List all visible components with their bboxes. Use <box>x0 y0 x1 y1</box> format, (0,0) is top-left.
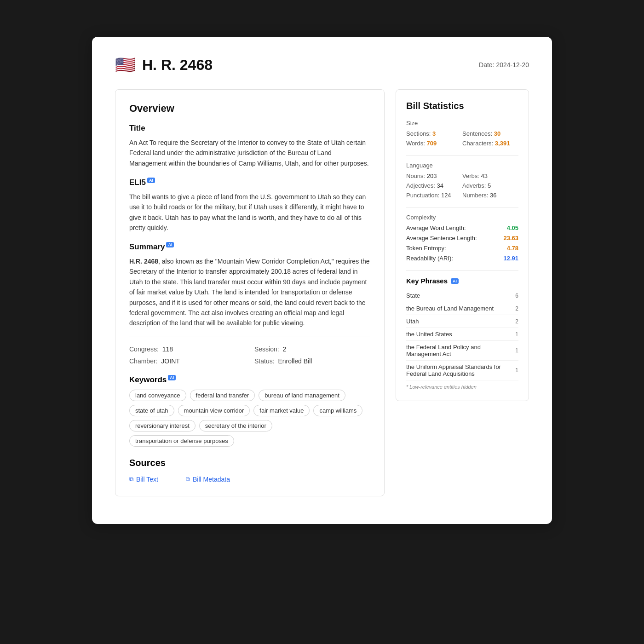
adverbs-value: 5 <box>488 182 491 189</box>
external-link-icon-2: ⧉ <box>186 476 190 483</box>
chamber-label: Chamber: <box>129 357 157 365</box>
keyword-tag: state of utah <box>129 405 174 416</box>
bill-metadata-link[interactable]: ⧉ Bill Metadata <box>186 476 230 483</box>
sources-links: ⧉ Bill Text ⧉ Bill Metadata <box>129 476 370 483</box>
words-item: Words: 709 <box>406 140 462 147</box>
sources-heading: Sources <box>129 458 370 468</box>
key-phrases-heading: Key Phrases AI <box>406 277 518 285</box>
phrase-row: State6 <box>406 289 518 302</box>
avg-word-len-row: Average Word Length: 4.05 <box>406 224 518 231</box>
bill-title-main: 🇺🇸 H. R. 2468 <box>115 55 213 75</box>
key-phrases-list[interactable]: State6the Bureau of Land Management2Utah… <box>406 289 518 380</box>
bill-text-label: Bill Text <box>136 476 158 483</box>
language-section: Language Nouns: 203 Verbs: 43 Adjectives… <box>406 162 518 199</box>
title-heading: Title <box>129 124 370 133</box>
complexity-label: Complexity <box>406 214 518 221</box>
chamber-value: JOINT <box>161 357 179 365</box>
lang-row-2: Adjectives: 34 Adverbs: 5 <box>406 182 518 189</box>
summary-text: H.R. 2468, also known as the "Mountain V… <box>129 256 370 328</box>
summary-ai-badge: AI <box>166 242 174 247</box>
token-entropy-row: Token Entropy: 4.78 <box>406 245 518 252</box>
bill-number: H. R. 2468 <box>142 57 213 74</box>
phrase-text: the United States <box>406 331 452 338</box>
keyword-tag: secretary of the interior <box>199 420 272 431</box>
sources-section: Sources ⧉ Bill Text ⧉ Bill Metadata <box>129 458 370 483</box>
congress-value: 118 <box>162 345 173 353</box>
eli5-text: The bill wants to give a piece of land f… <box>129 192 370 233</box>
date-label: Date: 2024-12-20 <box>479 61 529 69</box>
keywords-section: KeywordsAI land conveyancefederal land t… <box>129 375 370 447</box>
phrase-text: State <box>406 292 420 299</box>
punctuation-item: Punctuation: 124 <box>406 192 462 199</box>
statistics-heading: Bill Statistics <box>406 101 518 111</box>
overview-heading: Overview <box>129 103 370 115</box>
readability-row: Readability (ARI): 12.91 <box>406 255 518 262</box>
size-section: Size Sections: 3 Sentences: 30 Words: 70… <box>406 120 518 147</box>
avg-sent-len-value: 23.63 <box>503 235 518 242</box>
session-item: Session: 2 <box>254 345 370 353</box>
characters-item: Characters: 3,391 <box>462 140 518 147</box>
adjectives-value: 34 <box>437 182 443 189</box>
bill-metadata-label: Bill Metadata <box>193 476 230 483</box>
words-value: 709 <box>427 140 437 147</box>
lang-row-3: Punctuation: 124 Numbers: 36 <box>406 192 518 199</box>
avg-sent-len-label: Average Sentence Length: <box>406 235 477 242</box>
keyword-tag: land conveyance <box>129 390 186 401</box>
status-item: Status: Enrolled Bill <box>254 357 370 365</box>
avg-word-len-value: 4.05 <box>507 224 518 231</box>
phrase-count: 1 <box>515 347 518 354</box>
avg-sent-len-row: Average Sentence Length: 23.63 <box>406 235 518 242</box>
phrase-text: the Federal Land Policy and Management A… <box>406 344 515 357</box>
readability-value: 12.91 <box>503 255 518 262</box>
external-link-icon-1: ⧉ <box>129 476 133 483</box>
lang-row-1: Nouns: 203 Verbs: 43 <box>406 172 518 179</box>
sections-value: 3 <box>432 130 436 137</box>
token-entropy-label: Token Entropy: <box>406 245 446 252</box>
page-header: 🇺🇸 H. R. 2468 Date: 2024-12-20 <box>115 55 529 75</box>
token-entropy-value: 4.78 <box>507 245 518 252</box>
flag-icon: 🇺🇸 <box>115 55 136 75</box>
divider-2 <box>406 207 518 207</box>
phrase-count: 6 <box>515 293 518 299</box>
keyword-tag: transportation or defense purposes <box>129 435 234 447</box>
keyword-tag: bureau of land management <box>259 390 345 401</box>
phrase-count: 1 <box>515 367 518 374</box>
adverbs-item: Adverbs: 5 <box>462 182 518 189</box>
numbers-item: Numbers: 36 <box>462 192 518 199</box>
eli5-heading: ELI5AI <box>129 178 370 187</box>
main-panel: Overview Title An Act To require the Sec… <box>115 89 385 496</box>
phrase-text: the Bureau of Land Management <box>406 305 494 312</box>
phrase-row: the Uniform Appraisal Standards for Fede… <box>406 361 518 380</box>
page-container: 🇺🇸 H. R. 2468 Date: 2024-12-20 Overview … <box>92 37 552 524</box>
title-text: An Act To require the Secretary of the I… <box>129 138 370 168</box>
keyword-tag: fair market value <box>253 405 310 416</box>
bill-text-link[interactable]: ⧉ Bill Text <box>129 476 158 483</box>
summary-heading: SummaryAI <box>129 242 370 252</box>
characters-value: 3,391 <box>495 140 510 147</box>
eli5-ai-badge: AI <box>147 178 155 183</box>
language-label: Language <box>406 162 518 169</box>
punctuation-value: 124 <box>441 192 451 199</box>
nouns-value: 203 <box>427 172 437 179</box>
key-phrases-ai-badge: AI <box>451 278 459 284</box>
phrase-row: Utah2 <box>406 315 518 328</box>
meta-grid: Congress: 118 Session: 2 Chamber: JOINT … <box>129 337 370 365</box>
size-label: Size <box>406 120 518 126</box>
sentences-item: Sentences: 30 <box>462 130 518 137</box>
sections-item: Sections: 3 <box>406 130 462 137</box>
phrase-count: 2 <box>515 305 518 312</box>
size-row-2: Words: 709 Characters: 3,391 <box>406 140 518 147</box>
phrase-text: the Uniform Appraisal Standards for Fede… <box>406 363 515 377</box>
readability-label: Readability (ARI): <box>406 255 453 262</box>
phrase-row: the United States1 <box>406 328 518 341</box>
sentences-value: 30 <box>494 130 500 137</box>
congress-label: Congress: <box>129 345 159 353</box>
side-panel: Bill Statistics Size Sections: 3 Sentenc… <box>396 89 529 401</box>
keywords-heading: KeywordsAI <box>129 375 370 385</box>
verbs-value: 43 <box>481 172 487 179</box>
key-phrases-section: Key Phrases AI State6the Bureau of Land … <box>406 277 518 390</box>
numbers-value: 36 <box>490 192 496 199</box>
complexity-section: Complexity Average Word Length: 4.05 Ave… <box>406 214 518 262</box>
congress-item: Congress: 118 <box>129 345 245 353</box>
keywords-ai-badge: AI <box>168 375 176 380</box>
